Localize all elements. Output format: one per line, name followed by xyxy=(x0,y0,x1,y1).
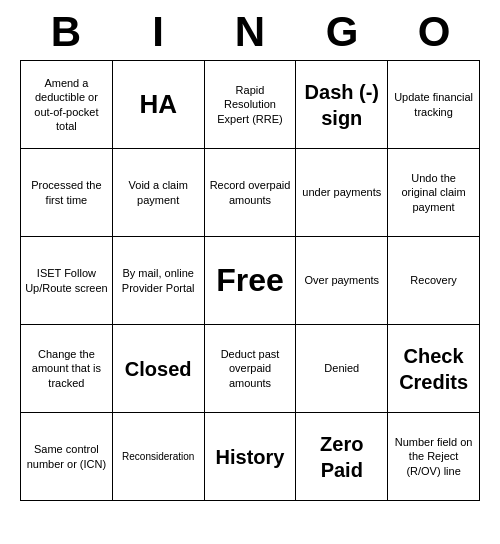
bingo-letter-O: O xyxy=(392,8,476,56)
cell-r1-c1: Void a claim payment xyxy=(113,149,205,237)
cell-r3-c0: Change the amount that is tracked xyxy=(21,325,113,413)
cell-r3-c1: Closed xyxy=(113,325,205,413)
cell-r0-c1: HA xyxy=(113,61,205,149)
bingo-letter-I: I xyxy=(116,8,200,56)
cell-r4-c1: Reconsideration xyxy=(113,413,205,501)
cell-r0-c0: Amend a deductible or out-of-pocket tota… xyxy=(21,61,113,149)
cell-r1-c3: under payments xyxy=(296,149,388,237)
bingo-letter-N: N xyxy=(208,8,292,56)
cell-r2-c3: Over payments xyxy=(296,237,388,325)
bingo-header: BINGO xyxy=(20,0,480,60)
cell-r4-c4: Number field on the Reject (R/OV) line xyxy=(388,413,480,501)
cell-r2-c1: By mail, online Provider Portal xyxy=(113,237,205,325)
cell-r1-c0: Processed the first time xyxy=(21,149,113,237)
bingo-letter-G: G xyxy=(300,8,384,56)
cell-r4-c2: History xyxy=(205,413,297,501)
bingo-grid: Amend a deductible or out-of-pocket tota… xyxy=(20,60,480,501)
cell-r0-c3: Dash (-) sign xyxy=(296,61,388,149)
bingo-letter-B: B xyxy=(24,8,108,56)
cell-r2-c4: Recovery xyxy=(388,237,480,325)
cell-r4-c3: Zero Paid xyxy=(296,413,388,501)
cell-r1-c4: Undo the original claim payment xyxy=(388,149,480,237)
cell-r2-c2: Free xyxy=(205,237,297,325)
cell-r3-c3: Denied xyxy=(296,325,388,413)
cell-r0-c4: Update financial tracking xyxy=(388,61,480,149)
cell-r0-c2: Rapid Resolution Expert (RRE) xyxy=(205,61,297,149)
cell-r1-c2: Record overpaid amounts xyxy=(205,149,297,237)
cell-r4-c0: Same control number or (ICN) xyxy=(21,413,113,501)
cell-r3-c2: Deduct past overpaid amounts xyxy=(205,325,297,413)
cell-r3-c4: Check Credits xyxy=(388,325,480,413)
cell-r2-c0: ISET Follow Up/Route screen xyxy=(21,237,113,325)
